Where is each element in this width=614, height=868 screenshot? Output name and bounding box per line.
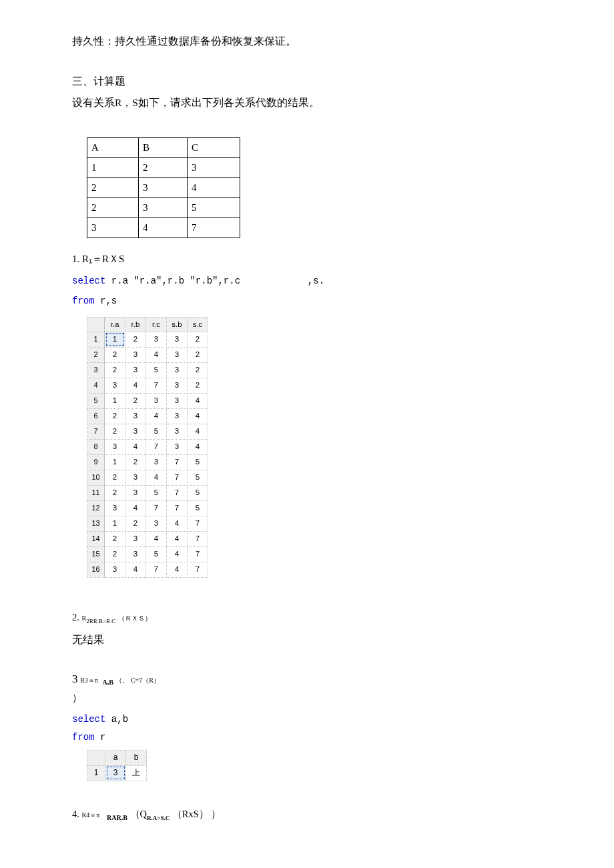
problem-3-close: ） (72, 689, 542, 707)
col-header-C: C (188, 137, 240, 157)
section-heading: 三、计算题 (72, 72, 542, 91)
col-header: s.b (167, 317, 188, 332)
row-number-header (87, 751, 105, 766)
table-row: 512334 (87, 393, 208, 408)
table-row: 623434 (87, 408, 208, 424)
problem-index: 1. (72, 254, 79, 264)
col-header: b (126, 751, 147, 766)
table-row: 235 (87, 197, 240, 218)
problem-3: 3 R3＝n A,B （。 C=7（R） (72, 669, 542, 690)
table-row: 112332 (87, 332, 208, 347)
table-row: 1123575 (87, 485, 208, 500)
sql-line2: r,s (95, 296, 117, 306)
sql-keyword-from: from (72, 296, 95, 306)
sql-line1: a,b (105, 714, 128, 725)
problem-4: 4. R4＝n RAR.B （QR.A>S.C （RxS） ） (72, 805, 542, 824)
sql-code-3: select a,b from r (72, 711, 542, 746)
col-header-B: B (139, 137, 188, 157)
table-row: 1523547 (87, 546, 208, 562)
sql-line1: r.a "r.a",r.b "r.b",r.c ,s. (105, 276, 324, 286)
table-row: 434732 (87, 378, 208, 393)
col-header-A: A (87, 137, 139, 157)
col-header: r.b (125, 317, 146, 332)
problem-2: 2. R2RR.B>R.C （ＲＸＳ） (72, 608, 542, 626)
col-header: r.c (146, 317, 167, 332)
col-header: s.c (188, 317, 208, 332)
result-grid-1: r.a r.b r.c s.b s.c 11233222343232353243… (87, 317, 542, 578)
table-row: 347 (87, 218, 240, 238)
durability-paragraph: 持久性：持久性通过数据库备份和恢复来保证。 (72, 32, 542, 51)
row-number-header (87, 317, 105, 332)
col-header: a (105, 751, 126, 766)
table-row: 1234775 (87, 500, 208, 516)
table-row: 1634747 (87, 562, 208, 577)
result-grid-3: a b 1 3 上 (87, 750, 542, 781)
sql-keyword-select: select (72, 276, 105, 286)
table-row: 323532 (87, 362, 208, 378)
table-row: 1 3 上 (87, 765, 147, 781)
problem-index: 2. (72, 612, 79, 622)
problem-index: 3 (72, 673, 78, 685)
section-intro: 设有关系R，S如下，请求出下列各关系代数的结果。 (72, 93, 542, 112)
table-row: 723534 (87, 424, 208, 439)
col-header: r.a (105, 317, 125, 332)
table-row: 912375 (87, 454, 208, 470)
relation-table-R: A B C 123 234 235 347 (87, 137, 240, 238)
sql-line2: r (95, 732, 106, 743)
table-row: 834734 (87, 439, 208, 454)
table-row: 123 (87, 157, 240, 177)
sql-keyword-from: from (72, 732, 95, 743)
sql-keyword-select: select (72, 714, 105, 725)
table-row: 234 (87, 177, 240, 197)
problem-index: 4. (72, 809, 79, 819)
table-row: 1023475 (87, 470, 208, 485)
sql-code-1: select r.a "r.a",r.b "r.b",r.c ,s. from … (72, 272, 542, 310)
table-row: 223432 (87, 347, 208, 362)
table-row: 1423447 (87, 531, 208, 546)
table-row: 1312347 (87, 516, 208, 531)
problem-2-result: 无结果 (72, 630, 542, 649)
problem-formula: R₁＝RＸS (82, 254, 124, 264)
problem-1: 1. R₁＝RＸS (72, 250, 542, 268)
